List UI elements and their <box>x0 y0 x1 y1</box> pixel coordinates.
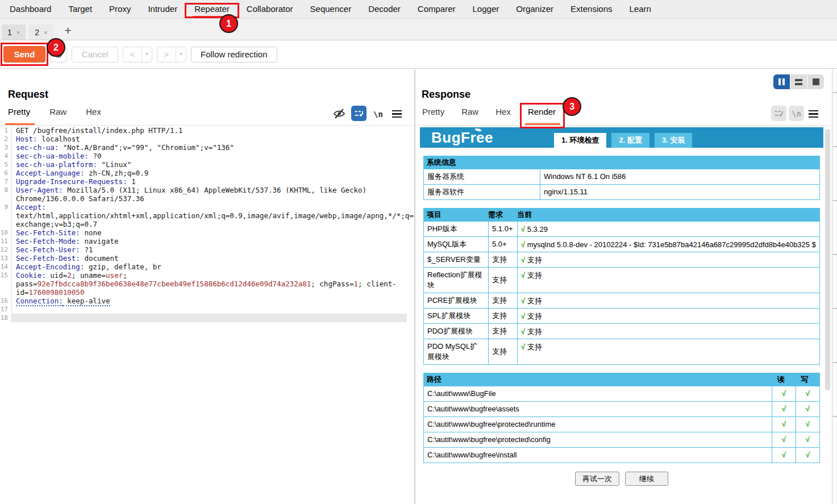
line-text: Connection: keep-alive <box>11 297 407 305</box>
response-tab-hex[interactable]: Hex <box>495 107 511 125</box>
close-tab-icon[interactable]: × <box>16 29 20 36</box>
menu-item-sequencer[interactable]: Sequencer <box>302 0 360 18</box>
line-number: 5 <box>0 160 11 169</box>
requirement-current-text: 5.3.29 <box>527 225 548 234</box>
forward-history-button[interactable]: > ▼ <box>157 47 186 63</box>
repeater-tab-2[interactable]: 2× <box>29 24 53 40</box>
request-line: 12Sec-Fetch-User: ?1 <box>0 245 407 254</box>
line-text <box>11 305 407 314</box>
scroll-marker <box>833 92 837 93</box>
path-value: C:\autit\www\bugfree\protected\config <box>424 432 772 447</box>
requirement-current-text: 支持 <box>527 256 542 264</box>
sysinfo-row: 服务器系统Windows NT 6.1 On i586 <box>423 169 820 185</box>
response-tab-raw[interactable]: Raw <box>461 107 478 125</box>
request-tab-pretty[interactable]: Pretty <box>8 107 30 125</box>
requirement-need: 支持 <box>489 339 518 364</box>
request-line: 2Host: localhost <box>0 135 407 143</box>
read-check: √ <box>772 386 796 401</box>
menu-item-organizer[interactable]: Organizer <box>507 0 562 18</box>
request-editor[interactable]: 1GET /bugfree/install/index.php HTTP/1.1… <box>0 126 407 504</box>
back-history-button[interactable]: < ▼ <box>123 47 152 63</box>
pause-button[interactable] <box>773 74 790 89</box>
requirement-current: √ 支持 <box>518 268 819 293</box>
line-number: 15 <box>0 271 11 280</box>
sysinfo-label: 服务器软件 <box>424 185 540 199</box>
hide-nonprinting-button[interactable] <box>332 107 346 123</box>
requirement-item: PCRE扩展模块 <box>424 293 489 308</box>
request-tab-raw[interactable]: Raw <box>49 107 66 125</box>
paths-header: 路径读写 <box>423 373 820 386</box>
menu-item-collaborator[interactable]: Collaborator <box>238 0 302 18</box>
line-number: 2 <box>0 135 11 143</box>
request-tabs-divider <box>0 125 414 126</box>
menu-item-comparer[interactable]: Comparer <box>409 0 464 18</box>
read-check: √ <box>772 448 796 463</box>
menu-item-extensions[interactable]: Extensions <box>562 0 621 18</box>
request-menu-button[interactable] <box>392 110 402 118</box>
response-tab-pretty[interactable]: Pretty <box>422 107 444 125</box>
back-dropdown-icon[interactable]: ▼ <box>141 47 152 62</box>
editor-scroll-marker-column[interactable] <box>832 69 837 504</box>
menu-item-decoder[interactable]: Decoder <box>360 0 409 18</box>
line-number: 7 <box>0 177 11 186</box>
request-line: 10Sec-Fetch-Site: none <box>0 228 407 237</box>
step-tab-2-[interactable]: 2. 配置 <box>611 133 649 148</box>
wrap-text-icon <box>353 108 364 119</box>
stop-button[interactable] <box>807 74 824 89</box>
menu-item-target[interactable]: Target <box>60 0 101 18</box>
menu-item-learn[interactable]: Learn <box>621 0 659 18</box>
path-row: C:\autit\www\bugfree\install√√ <box>423 448 820 463</box>
retry-button[interactable]: 再试一次 <box>575 472 619 486</box>
scroll-marker <box>833 308 837 309</box>
requirement-item: PHP版本 <box>424 222 489 236</box>
response-menu-button[interactable] <box>809 110 818 118</box>
response-soft-wrap-toggle-off[interactable] <box>771 106 786 121</box>
sysinfo-value: nginx/1.15.11 <box>540 185 819 199</box>
step-tab-3-[interactable]: 3. 安装 <box>655 133 692 148</box>
add-tab-button[interactable]: + <box>62 25 73 36</box>
horizontal-bars-button[interactable] <box>790 74 807 89</box>
path-row: C:\autit\www\BugFile√√ <box>423 386 820 402</box>
menu-item-intruder[interactable]: Intruder <box>139 0 186 18</box>
request-tab-hex[interactable]: Hex <box>86 107 101 125</box>
follow-redirection-button[interactable]: Follow redirection <box>191 47 277 63</box>
line-number: 10 <box>0 228 11 237</box>
check-icon: √ <box>521 327 527 336</box>
line-text: sec-ch-ua-mobile: ?0 <box>11 152 407 160</box>
show-newlines-toggle[interactable]: \n <box>373 109 383 119</box>
render-scrollbar-thumb[interactable] <box>825 129 830 390</box>
request-line: 6Accept-Language: zh-CN,zh;q=0.9 <box>0 169 407 177</box>
menu-item-logger[interactable]: Logger <box>464 0 508 18</box>
check-icon: √ <box>782 389 786 398</box>
requirement-current-text: mysqlnd 5.0.8-dev - 20102224 - $Id: 731e… <box>527 240 816 249</box>
forward-dropdown-icon[interactable]: ▼ <box>176 47 186 62</box>
request-line: 17 <box>0 305 407 314</box>
close-tab-icon[interactable]: × <box>44 29 47 36</box>
response-show-newlines-toggle[interactable]: \n <box>789 106 804 121</box>
menu-item-dashboard[interactable]: Dashboard <box>1 0 60 18</box>
repeater-tab-1[interactable]: 1× <box>2 24 26 40</box>
requirement-current: √ 5.3.29 <box>518 222 819 236</box>
soft-wrap-toggle-on[interactable] <box>351 106 367 121</box>
write-check: √ <box>796 417 819 432</box>
send-button[interactable]: Send <box>3 46 45 63</box>
sysinfo-table: 服务器系统Windows NT 6.1 On i586服务器软件nginx/1.… <box>423 169 820 200</box>
requirement-row: PDO MySQL扩展模块支持√ 支持 <box>423 339 820 365</box>
read-check: √ <box>772 417 796 432</box>
hamburger-icon <box>809 110 818 111</box>
line-text: Upgrade-Insecure-Requests: 1 <box>11 177 407 186</box>
annotation-badge-1: 1 <box>219 14 238 33</box>
cancel-button[interactable]: Cancel <box>72 47 118 63</box>
response-tab-render[interactable]: Render <box>528 107 556 125</box>
continue-button[interactable]: 继续 <box>625 472 668 486</box>
bugfree-banner: BugFree 1. 环境检查2. 配置3. 安装 <box>420 127 823 148</box>
request-line: 18 <box>0 314 407 322</box>
request-view-tabs: PrettyRawHex <box>0 107 101 125</box>
line-number: 6 <box>0 169 11 177</box>
menu-item-proxy[interactable]: Proxy <box>101 0 139 18</box>
requirement-item: PDO MySQL扩展模块 <box>424 339 489 364</box>
step-tab-1-[interactable]: 1. 环境检查 <box>554 133 606 148</box>
requirement-current-text: 支持 <box>527 297 542 305</box>
pause-icon <box>778 78 785 85</box>
rendered-response: BugFree 1. 环境检查2. 配置3. 安装 系统信息 服务器系统Wind… <box>420 126 823 504</box>
